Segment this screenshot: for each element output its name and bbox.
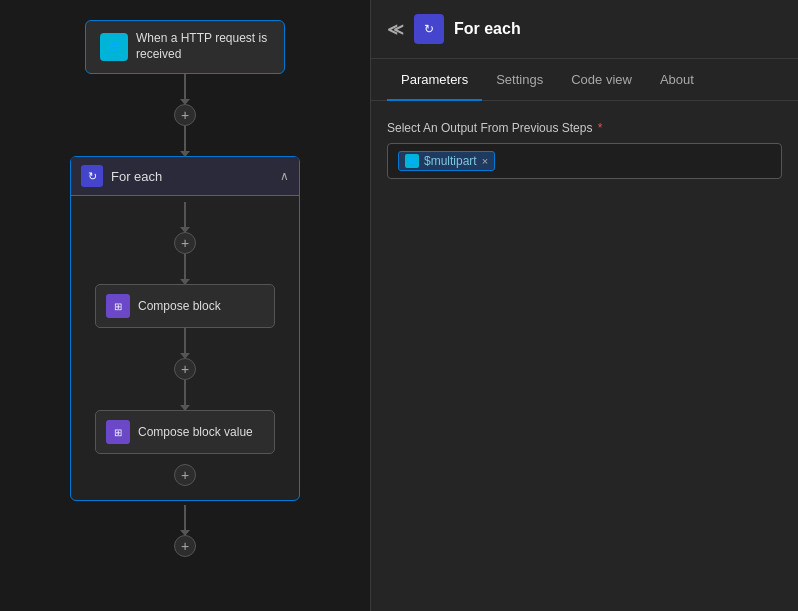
connector-after-foreach: + (174, 505, 196, 557)
output-tag-input[interactable]: 🌐 $multipart × (387, 143, 782, 179)
foreach-body: + ⊞ Compose block + (71, 196, 299, 486)
panel-collapse-button[interactable]: ≪ (387, 20, 404, 39)
compose-block-label: Compose block (138, 299, 221, 313)
inner-connector-1: + (174, 202, 196, 284)
connector-line-1 (184, 74, 186, 104)
flow-nodes: 🌐 When a HTTP request is received + ↻ Fo… (70, 20, 300, 557)
http-request-node[interactable]: 🌐 When a HTTP request is received (85, 20, 285, 74)
connector-line-5 (184, 505, 186, 535)
foreach-collapse-btn[interactable]: ∧ (280, 169, 289, 183)
http-icon: 🌐 (100, 33, 128, 61)
output-field-label: Select An Output From Previous Steps * (387, 121, 782, 135)
inner-connector-3: + (174, 464, 196, 486)
foreach-header-left: ↻ For each (81, 165, 162, 187)
tab-codeview[interactable]: Code view (557, 60, 646, 101)
tab-settings[interactable]: Settings (482, 60, 557, 101)
panel-content: Select An Output From Previous Steps * 🌐… (371, 101, 798, 611)
compose-block-value-icon: ⊞ (106, 420, 130, 444)
compose-block-node[interactable]: ⊞ Compose block (95, 284, 275, 328)
tag-close-button[interactable]: × (482, 155, 488, 167)
compose-block-value-label: Compose block value (138, 425, 253, 439)
panel-tabs: Parameters Settings Code view About (371, 59, 798, 101)
foreach-icon: ↻ (81, 165, 103, 187)
compose-block-icon: ⊞ (106, 294, 130, 318)
connector-line-2 (184, 126, 186, 156)
compose-icon-symbol: ⊞ (114, 301, 122, 312)
loop-icon: ↻ (88, 170, 97, 183)
inner-connector-line-3 (184, 328, 186, 358)
http-node-label: When a HTTP request is received (136, 31, 270, 62)
tag-text: $multipart (424, 154, 477, 168)
connector-1: + (174, 74, 196, 156)
multipart-tag: 🌐 $multipart × (398, 151, 495, 171)
flow-canvas: 🌐 When a HTTP request is received + ↻ Fo… (0, 0, 370, 611)
panel-foreach-icon-symbol: ↻ (424, 22, 434, 36)
foreach-container: ↻ For each ∧ + ⊞ Compose (70, 156, 300, 501)
add-after-foreach[interactable]: + (174, 535, 196, 557)
add-after-compose-block-value[interactable]: + (174, 464, 196, 486)
foreach-header[interactable]: ↻ For each ∧ (71, 157, 299, 196)
add-between-compose-nodes[interactable]: + (174, 358, 196, 380)
http-icon-symbol: 🌐 (109, 42, 120, 52)
detail-panel: ≪ ↻ For each Parameters Settings Code vi… (370, 0, 798, 611)
panel-foreach-icon: ↻ (414, 14, 444, 44)
tag-icon-symbol: 🌐 (408, 157, 417, 165)
inner-connector-line-2 (184, 254, 186, 284)
add-before-compose-block[interactable]: + (174, 232, 196, 254)
add-between-http-foreach[interactable]: + (174, 104, 196, 126)
panel-header: ≪ ↻ For each (371, 0, 798, 59)
inner-connector-2: + (174, 328, 196, 410)
tag-icon: 🌐 (405, 154, 419, 168)
inner-connector-line-1 (184, 202, 186, 232)
inner-connector-line-4 (184, 380, 186, 410)
compose-value-icon-symbol: ⊞ (114, 427, 122, 438)
tab-about[interactable]: About (646, 60, 708, 101)
compose-block-value-node[interactable]: ⊞ Compose block value (95, 410, 275, 454)
panel-title: For each (454, 20, 521, 38)
tab-parameters[interactable]: Parameters (387, 60, 482, 101)
foreach-title: For each (111, 169, 162, 184)
